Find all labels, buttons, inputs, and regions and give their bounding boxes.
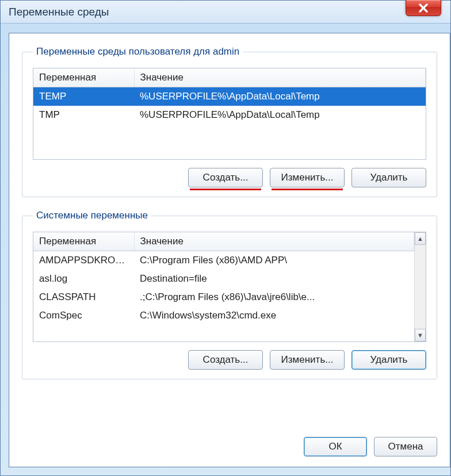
system-edit-button[interactable]: Изменить... [270,350,345,370]
user-group-legend: Переменные среды пользователя для admin [33,46,243,57]
system-new-button[interactable]: Создать... [188,350,263,370]
variable-name-cell: CLASSPATH [33,288,134,306]
variable-name-cell: TEMP [33,87,134,106]
user-buttons-row: Создать... Изменить... Удалить [33,168,426,187]
sys-col-variable[interactable]: Переменная [33,232,134,251]
chevron-up-icon: ▲ [417,235,423,242]
ok-button[interactable]: ОК [304,437,367,456]
close-button[interactable] [406,0,441,16]
variable-name-cell: AMDAPPSDKROOT [33,251,134,270]
close-icon [418,3,429,13]
variable-value-cell: .;C:\Program Files (x86)\Java\jre6\lib\e… [134,288,414,306]
window-title: Переменные среды [9,6,109,18]
client-area: Переменные среды пользователя для admin … [9,33,450,467]
user-col-value[interactable]: Значение [134,68,426,87]
user-variables-table-container: Переменная Значение TEMP%USERPROFILE%\Ap… [33,68,426,160]
system-buttons-row: Создать... Изменить... Удалить [33,350,426,370]
variable-value-cell: %USERPROFILE%\AppData\Local\Temp [134,106,426,124]
variable-value-cell: Destination=file [134,270,414,288]
user-edit-button[interactable]: Изменить... [270,168,345,187]
system-variables-group: Системные переменные Переменная Значение… [22,210,437,379]
table-row[interactable]: CLASSPATH.;C:\Program Files (x86)\Java\j… [33,288,414,306]
system-variables-table[interactable]: Переменная Значение AMDAPPSDKROOTC:\Prog… [33,232,414,325]
chevron-down-icon: ▼ [417,332,423,339]
variable-value-cell: C:\Program Files (x86)\AMD APP\ [134,251,414,270]
table-row[interactable]: AMDAPPSDKROOTC:\Program Files (x86)\AMD … [33,251,414,270]
table-row[interactable]: asl.logDestination=file [33,270,414,288]
variable-name-cell: asl.log [33,270,134,288]
cancel-button[interactable]: Отмена [374,437,437,456]
dialog-buttons-row: ОК Отмена [304,437,437,456]
variable-value-cell: %USERPROFILE%\AppData\Local\Temp [134,87,426,106]
variable-name-cell: ComSpec [33,306,134,325]
table-row[interactable]: TMP%USERPROFILE%\AppData\Local\Temp [33,106,426,124]
system-table-scrollbar[interactable]: ▲ ▼ [414,232,426,341]
user-delete-button[interactable]: Удалить [351,168,426,187]
scroll-up-button[interactable]: ▲ [415,232,426,245]
table-row[interactable]: ComSpecC:\Windows\system32\cmd.exe [33,306,414,325]
user-variables-table[interactable]: Переменная Значение TEMP%USERPROFILE%\Ap… [33,68,426,124]
system-delete-button[interactable]: Удалить [351,350,426,370]
system-group-legend: Системные переменные [33,210,151,221]
system-variables-table-container: Переменная Значение AMDAPPSDKROOTC:\Prog… [33,232,426,342]
variable-name-cell: TMP [33,106,134,124]
variable-value-cell: C:\Windows\system32\cmd.exe [134,306,414,325]
scroll-down-button[interactable]: ▼ [415,329,426,341]
user-col-variable[interactable]: Переменная [33,68,134,87]
user-new-button[interactable]: Создать... [188,168,263,187]
window-frame: Переменные среды Переменные среды пользо… [0,0,451,476]
table-row[interactable]: TEMP%USERPROFILE%\AppData\Local\Temp [33,87,426,106]
user-variables-group: Переменные среды пользователя для admin … [22,46,437,197]
sys-col-value[interactable]: Значение [134,232,414,251]
titlebar: Переменные среды [1,1,450,24]
